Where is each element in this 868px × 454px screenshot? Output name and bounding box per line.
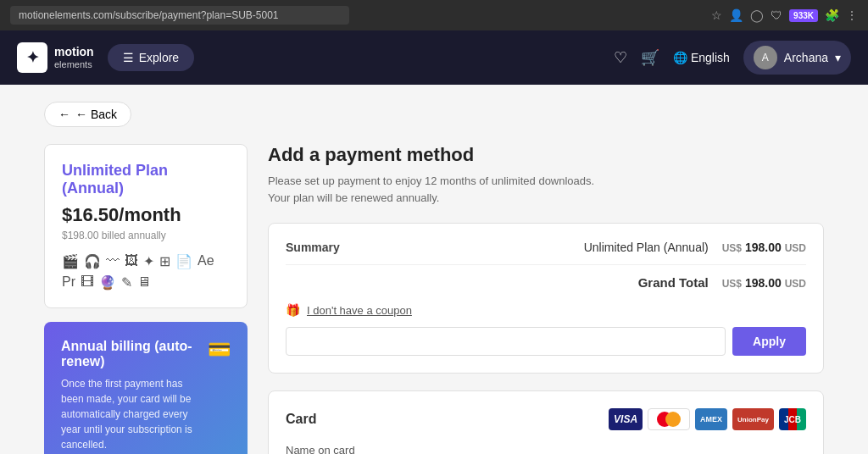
plan-name: Unlimited Plan (Annual): [62, 162, 230, 197]
summary-header: Summary Unlimited Plan (Annual) US$ 198.…: [286, 241, 806, 265]
card-logos: VISA AMEX UnionPay JCB: [609, 408, 806, 430]
coupon-row: 🎁 I don't have a coupon: [286, 303, 806, 317]
summary-box: Summary Unlimited Plan (Annual) US$ 198.…: [268, 223, 824, 374]
main-content: ← ← Back Unlimited Plan (Annual) $16.50/…: [27, 85, 841, 454]
summary-plan-name: Unlimited Plan (Annual): [584, 241, 709, 254]
user-menu-button[interactable]: A Archana ▾: [743, 41, 851, 75]
logo-text: motionelements: [54, 45, 94, 70]
plan-price-value: 198.00: [745, 241, 782, 254]
apply-button[interactable]: Apply: [732, 327, 806, 356]
heart-button[interactable]: ♡: [614, 48, 627, 67]
card-box: Card VISA AMEX UnionPay JCB: [268, 390, 824, 454]
profile-icon: 👤: [729, 8, 743, 22]
grand-total-label: Grand Total: [638, 275, 709, 290]
left-panel: Unlimited Plan (Annual) $16.50/month $19…: [44, 144, 248, 454]
page-layout: Unlimited Plan (Annual) $16.50/month $19…: [44, 144, 824, 454]
hamburger-icon: ☰: [123, 51, 134, 64]
grand-total-currency-suffix: USD: [785, 278, 806, 290]
menu-icon: ⋮: [846, 8, 858, 22]
extension-icon: ◯: [750, 8, 764, 22]
desc-line2: Your plan will be renewed annually.: [268, 191, 439, 204]
plan-price: $16.50/month: [62, 204, 230, 226]
amex-logo: AMEX: [695, 408, 727, 430]
price-currency-suffix: USD: [785, 242, 806, 254]
star-icon: ☆: [711, 8, 722, 22]
template-icon: ⊞: [159, 253, 170, 269]
credit-card-icon: 💳: [208, 339, 231, 361]
right-panel: Add a payment method Please set up payme…: [268, 144, 824, 454]
card-header: Card VISA AMEX UnionPay JCB: [286, 408, 806, 430]
image-icon: 🖼: [125, 253, 138, 269]
back-label: ← Back: [75, 108, 117, 121]
monitor-icon: 🖥: [137, 274, 151, 291]
explore-button[interactable]: ☰ Explore: [108, 44, 194, 71]
ae-icon: Ae: [198, 253, 214, 269]
billing-title: Annual billing (auto-renew): [61, 339, 198, 369]
audio-icon: 〰: [106, 253, 120, 269]
plan-feature-icons: 🎬 🎧 〰 🖼 ✦ ⊞ 📄 Ae Pr 🎞 🔮 ✎ 🖥: [62, 253, 230, 291]
language-label: English: [691, 51, 730, 64]
nav-icons: ♡ 🛒 🌐 English A Archana ▾: [614, 41, 851, 75]
avatar: A: [754, 46, 777, 69]
card-label: Card: [286, 412, 316, 427]
plan-billing: $198.00 billed annually: [62, 230, 230, 241]
top-nav: ✦ motionelements ☰ Explore ♡ 🛒 🌐 English…: [0, 30, 868, 85]
back-button[interactable]: ← ← Back: [44, 102, 131, 127]
billing-desc: Once the first payment has been made, yo…: [61, 376, 198, 452]
logo-icon: ✦: [17, 42, 47, 73]
plan-card: Unlimited Plan (Annual) $16.50/month $19…: [44, 144, 248, 308]
headphones-icon: 🎧: [84, 253, 101, 269]
doc-icon: 📄: [175, 253, 192, 269]
coupon-input-row: Apply: [286, 327, 806, 356]
shield-icon: 🛡: [771, 8, 782, 22]
jcb-logo: JCB: [779, 408, 806, 430]
language-button[interactable]: 🌐 English: [673, 51, 730, 64]
billing-card: Annual billing (auto-renew) Once the fir…: [44, 322, 248, 454]
explore-label: Explore: [139, 51, 179, 64]
grand-total-row: Grand Total US$ 198.00 USD: [286, 275, 806, 290]
chevron-down-icon: ▾: [835, 51, 841, 64]
page-title: Add a payment method: [268, 144, 824, 166]
globe-icon: 🌐: [673, 51, 687, 64]
price-currency-prefix: US$: [722, 242, 742, 254]
unionpay-logo: UnionPay: [732, 408, 774, 430]
mastercard-logo: [648, 408, 690, 430]
cart-button[interactable]: 🛒: [641, 48, 659, 67]
billing-card-content: Annual billing (auto-renew) Once the fir…: [61, 339, 198, 452]
desc-line1: Please set up payment to enjoy 12 months…: [268, 174, 594, 187]
edit-icon: ✎: [121, 274, 132, 291]
badge-933k: 933K: [789, 9, 818, 22]
logo: ✦ motionelements: [17, 42, 94, 73]
motion-icon: 🎞: [81, 274, 94, 291]
summary-price: US$ 198.00 USD: [722, 241, 806, 254]
video-icon: 🎬: [62, 253, 79, 269]
url-bar[interactable]: motionelements.com/subscribe/payment?pla…: [10, 6, 349, 25]
3d-icon: 🔮: [99, 274, 116, 291]
coupon-link[interactable]: I don't have a coupon: [307, 304, 412, 317]
grand-total-price: US$ 198.00 USD: [722, 276, 806, 290]
page-description: Please set up payment to enjoy 12 months…: [268, 173, 824, 206]
grand-total-price-value: 198.00: [745, 276, 782, 290]
user-name: Archana: [784, 51, 828, 64]
pr-icon: Pr: [62, 274, 75, 291]
browser-icons: ☆ 👤 ◯ 🛡 933K 🧩 ⋮: [711, 8, 858, 22]
visa-logo: VISA: [609, 408, 643, 430]
coupon-input[interactable]: [286, 327, 726, 356]
puzzle-icon: 🧩: [825, 8, 839, 22]
browser-bar: motionelements.com/subscribe/payment?pla…: [0, 0, 868, 30]
summary-label: Summary: [286, 241, 340, 254]
arrow-left-icon: ←: [58, 108, 70, 121]
grand-total-currency-prefix: US$: [722, 278, 742, 290]
name-on-card-label: Name on card: [286, 444, 806, 454]
coupon-icon: 🎁: [286, 303, 300, 317]
animation-icon: ✦: [143, 253, 154, 269]
